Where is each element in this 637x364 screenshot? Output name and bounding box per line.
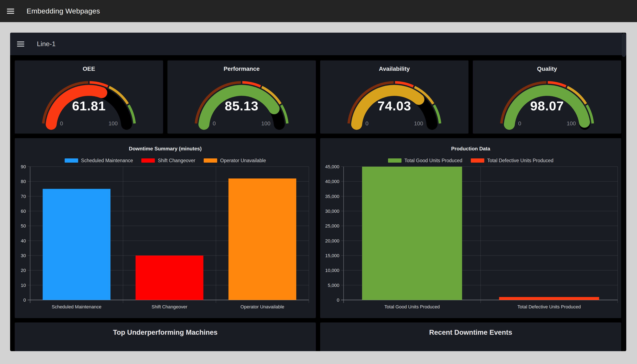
svg-text:Scheduled Maintenance: Scheduled Maintenance	[52, 304, 101, 310]
bar-chart: 0102030405060708090Scheduled Maintenance…	[15, 138, 316, 318]
svg-text:50: 50	[21, 223, 26, 228]
svg-text:80: 80	[21, 179, 26, 184]
panel-title: Top Underperforming Machines	[15, 328, 316, 336]
production-data-panel: Production Data Total Good Units Produce…	[320, 138, 621, 318]
app-topbar: Embedding Webpages	[0, 0, 637, 22]
gauge-value: 85.13	[168, 98, 316, 113]
svg-text:60: 60	[21, 208, 26, 214]
svg-text:Operator Unavailable: Operator Unavailable	[240, 304, 284, 310]
svg-text:70: 70	[21, 194, 26, 199]
svg-text:Shift Changeover: Shift Changeover	[152, 304, 188, 310]
app-menu-icon[interactable]	[7, 9, 14, 14]
svg-text:35,000: 35,000	[325, 194, 339, 199]
dashboard-scrollbar[interactable]	[622, 33, 626, 351]
gauge-min-label: 0	[53, 120, 70, 127]
gauge-max-label: 100	[563, 120, 580, 127]
svg-text:15,000: 15,000	[325, 253, 339, 258]
svg-text:40: 40	[21, 238, 26, 244]
gauge-panel-quality: Quality 98.07 0 100	[473, 60, 621, 134]
gauge-max-label: 100	[105, 120, 122, 127]
panel-title: Recent Downtime Events	[320, 328, 621, 336]
svg-text:Total Good Units Produced: Total Good Units Produced	[384, 304, 440, 310]
gauge-value: 98.07	[473, 98, 621, 113]
svg-text:45,000: 45,000	[325, 164, 339, 169]
gauge-panel-performance: Performance 85.13 0 100	[168, 60, 316, 134]
dashboard-scrollbar-thumb[interactable]	[622, 33, 626, 57]
dashboard-header: Line-1	[10, 33, 626, 55]
recent-downtime-events-panel: Recent Downtime Events	[320, 322, 621, 351]
gauge-value: 74.03	[320, 98, 468, 113]
dashboard-menu-icon[interactable]	[17, 42, 24, 46]
svg-text:30,000: 30,000	[325, 208, 339, 214]
svg-text:0: 0	[337, 298, 339, 303]
svg-text:Total Defective Units Produced: Total Defective Units Produced	[517, 304, 581, 310]
gauge-min-label: 0	[206, 120, 223, 127]
svg-text:10: 10	[21, 283, 26, 288]
gauge-panel-oee: OEE 61.81 0 100	[15, 60, 163, 134]
gauge-panel-availability: Availability 74.03 0 100	[320, 60, 468, 134]
svg-text:40,000: 40,000	[325, 179, 339, 184]
gauge-max-label: 100	[410, 120, 427, 127]
svg-text:10,000: 10,000	[325, 268, 339, 273]
gauge-min-label: 0	[511, 120, 528, 127]
svg-text:30: 30	[21, 253, 26, 258]
gauge-min-label: 0	[358, 120, 376, 127]
embedded-dashboard: Line-1 OEE 61.81 0 100 Performance 85.13…	[10, 33, 626, 351]
svg-text:90: 90	[21, 164, 26, 169]
svg-text:0: 0	[24, 298, 26, 303]
app-title: Embedding Webpages	[26, 7, 100, 15]
dashboard-title: Line-1	[37, 40, 56, 48]
gauge-max-label: 100	[258, 120, 274, 127]
downtime-summary-panel: Downtime Summary (minutes) Scheduled Mai…	[15, 138, 316, 318]
gauge-arc	[15, 60, 163, 134]
svg-text:20: 20	[21, 268, 26, 273]
top-underperforming-machines-panel: Top Underperforming Machines	[15, 322, 316, 351]
gauge-value: 61.81	[15, 98, 163, 113]
svg-text:25,000: 25,000	[325, 223, 339, 228]
svg-text:20,000: 20,000	[325, 238, 339, 244]
bar-chart: 05,00010,00015,00020,00025,00030,00035,0…	[320, 138, 621, 318]
gauge-arc	[320, 60, 468, 134]
svg-text:5,000: 5,000	[328, 283, 339, 288]
gauge-arc	[168, 60, 316, 134]
gauge-arc	[473, 60, 621, 134]
